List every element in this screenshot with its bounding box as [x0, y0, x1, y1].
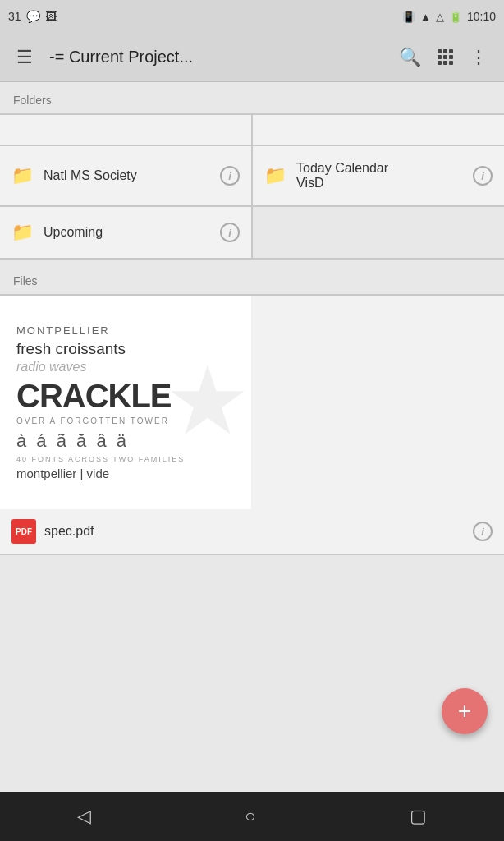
grid-dot — [438, 55, 442, 59]
toolbar: ☰ -= Current Project... 🔍 ⋮ — [0, 33, 504, 82]
info-button-today-cal[interactable]: i — [473, 166, 493, 186]
folder-name-natl-ms: Natl MS Society — [44, 168, 210, 183]
recent-apps-button[interactable]: ▢ — [393, 797, 443, 835]
info-button-natl-ms[interactable]: i — [220, 166, 240, 186]
home-button[interactable]: ○ — [228, 797, 272, 835]
status-time: 10:10 — [467, 10, 496, 23]
files-section-label: Files — [0, 263, 504, 294]
grid-dot — [449, 61, 453, 65]
folder-item-natl-ms[interactable]: 📁 Natl MS Society i — [0, 146, 251, 205]
folder-item-upcoming[interactable]: 📁 Upcoming i — [0, 207, 251, 258]
grid-dot — [443, 55, 447, 59]
search-button[interactable]: 🔍 — [394, 42, 426, 73]
thumb-line6: à á ã ă â ä — [16, 430, 235, 452]
folder-name-today-cal: Today Calendar VisD — [296, 161, 463, 191]
status-icons-right: 📳 ▲ △ 🔋 10:10 — [402, 10, 496, 23]
thumb-line5: OVER A FORGOTTEN TOWER — [16, 416, 235, 425]
toolbar-title: -= Current Project... — [49, 48, 383, 67]
grid-dot — [438, 49, 442, 53]
pdf-icon: PDF — [11, 519, 36, 544]
grid-dot — [438, 61, 442, 65]
signal-vibrate-icon: 📳 — [402, 11, 415, 23]
bottom-nav: ◁ ○ ▢ — [0, 792, 504, 841]
thumb-line2: fresh croissants — [16, 340, 235, 358]
thumb-line3: radio waves — [16, 360, 235, 375]
battery-icon: 🔋 — [449, 11, 462, 23]
more-button[interactable]: ⋮ — [465, 42, 493, 73]
image-icon: 🖼 — [45, 10, 57, 23]
thumb-line1: MONTPELLIER — [16, 324, 235, 337]
status-bar: 31 💬 🖼 📳 ▲ △ 🔋 10:10 — [0, 0, 504, 33]
thumb-line8: montpellier | vide — [16, 466, 235, 480]
calendar-icon: 31 — [8, 10, 21, 23]
thumb-line4: CRACKLE — [16, 378, 235, 415]
grid-view-button[interactable] — [438, 49, 453, 65]
file-thumbnail: ★ MONTPELLIER fresh croissants radio wav… — [0, 296, 251, 509]
grid-dot — [449, 49, 453, 53]
folder-item-partial-left[interactable] — [0, 115, 251, 145]
grid-dot — [443, 49, 447, 53]
content-area: Folders 📁 Natl MS Society i 📁 Today Cale… — [0, 82, 504, 792]
folders-section-label: Folders — [0, 82, 504, 113]
chat-icon: 💬 — [26, 10, 40, 23]
info-button-spec-pdf[interactable]: i — [473, 522, 493, 541]
info-button-upcoming[interactable]: i — [220, 223, 240, 242]
thumbnail-content: ★ MONTPELLIER fresh croissants radio wav… — [0, 296, 251, 509]
wifi-icon: ▲ — [420, 11, 431, 23]
folder-name-upcoming: Upcoming — [44, 225, 210, 240]
folder-icon-natl-ms: 📁 — [11, 165, 34, 186]
folders-grid: 📁 Natl MS Society i 📁 Today Calendar Vis… — [0, 113, 504, 260]
files-section: Files ★ MONTPELLIER fresh croissants rad… — [0, 263, 504, 555]
file-name-spec-pdf: spec.pdf — [44, 524, 465, 539]
grid-dot — [449, 55, 453, 59]
status-icons-left: 31 💬 🖼 — [8, 10, 57, 23]
thumb-line7: 40 FONTS ACROSS TWO FAMILIES — [16, 455, 235, 463]
folder-item-partial-right[interactable] — [253, 115, 504, 145]
folder-item-today-cal[interactable]: 📁 Today Calendar VisD i — [253, 146, 504, 205]
folder-empty-cell — [253, 207, 504, 258]
folder-icon-today-cal: 📁 — [264, 165, 286, 186]
folder-icon-upcoming: 📁 — [11, 222, 34, 243]
menu-button[interactable]: ☰ — [11, 42, 38, 73]
file-info-row: PDF spec.pdf i — [0, 509, 504, 554]
fab-add-button[interactable]: + — [442, 688, 488, 734]
file-item-spec-pdf[interactable]: ★ MONTPELLIER fresh croissants radio wav… — [0, 294, 504, 555]
signal-icon: △ — [436, 11, 444, 23]
grid-dot — [443, 61, 447, 65]
back-button[interactable]: ◁ — [61, 797, 108, 835]
